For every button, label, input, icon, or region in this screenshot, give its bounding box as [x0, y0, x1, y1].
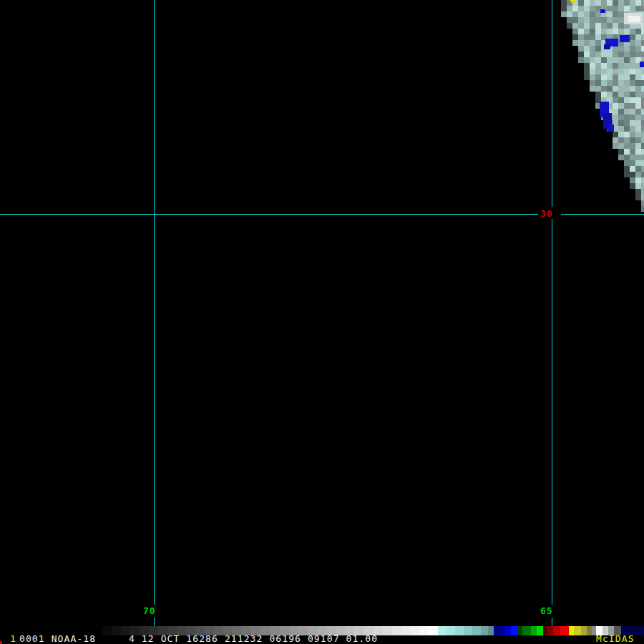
latitude-line-30 — [561, 214, 644, 215]
satellite-swath-image — [0, 0, 644, 644]
frame-info-text: 0001 NOAA-18 — [19, 634, 96, 644]
mcidas-brand-label: McIDAS — [596, 634, 635, 644]
image-time-text: 4 12 OCT 16286 211232 06196 09107 01.00 — [129, 634, 378, 644]
status-bar: 1 0001 NOAA-18 4 12 OCT 16286 211232 061… — [0, 634, 644, 644]
cursor-artifact — [0, 641, 2, 644]
frame-number: 1 — [10, 634, 16, 644]
longitude-label-70: 70 — [142, 606, 157, 615]
mcidas-image-display[interactable]: 30 70 65 1 0001 NOAA-18 4 12 OCT 16286 2… — [0, 0, 644, 644]
longitude-line-0 — [154, 0, 155, 605]
longitude-line-1 — [552, 0, 552, 207]
longitude-label-65: 65 — [540, 606, 554, 615]
latitude-line-30 — [0, 214, 538, 215]
longitude-line-1 — [552, 219, 552, 605]
latitude-label-30: 30 — [540, 209, 554, 218]
